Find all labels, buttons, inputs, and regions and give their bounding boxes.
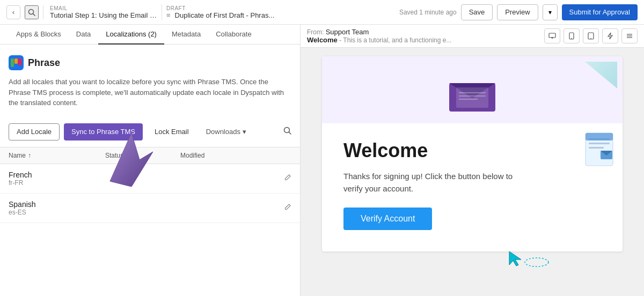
- downloads-button[interactable]: Downloads ▾: [201, 123, 252, 140]
- locale-french: French fr-FR: [9, 171, 105, 187]
- sort-icon[interactable]: ↑: [28, 152, 31, 159]
- verify-account-button[interactable]: Verify Account: [343, 208, 432, 230]
- email-body-area: Welcome Thanks for signing up! Click the…: [322, 123, 623, 251]
- tab-localizations[interactable]: Localizations (2): [98, 25, 164, 45]
- spanish-name: Spanish: [9, 200, 105, 209]
- email-content-area: Welcome Thanks for signing up! Click the…: [322, 56, 623, 251]
- svg-rect-29: [589, 147, 604, 149]
- col-name-header: Name ↑: [9, 152, 105, 159]
- tab-collaborate[interactable]: Collaborate: [208, 25, 259, 45]
- deco-triangle: [585, 62, 617, 88]
- french-name: French: [9, 171, 105, 179]
- locale-spanish: Spanish es-ES: [9, 200, 105, 216]
- svg-rect-10: [549, 33, 555, 38]
- letter-decoration: [584, 132, 614, 168]
- email-title: Tutorial Step 1: Using the Email B...: [50, 11, 157, 19]
- lightning-icon: [608, 32, 613, 40]
- downloads-label: Downloads: [206, 128, 240, 136]
- back-button[interactable]: ‹: [6, 5, 20, 19]
- tablet-icon: [588, 32, 594, 40]
- svg-rect-22: [456, 87, 488, 108]
- welcome-title: Welcome: [343, 139, 601, 162]
- svg-rect-28: [589, 143, 610, 144]
- french-edit-button[interactable]: [284, 174, 291, 183]
- from-label: From:: [307, 28, 324, 36]
- svg-rect-4: [14, 58, 18, 64]
- col-status-header: Status: [105, 152, 180, 159]
- tab-apps-blocks[interactable]: Apps & Blocks: [9, 25, 69, 45]
- phrase-logo: Phrase: [9, 55, 291, 70]
- tab-bar: Apps & Blocks Data Localizations (2) Met…: [0, 25, 300, 45]
- email-section-label: EMAIL: [50, 5, 157, 11]
- envelope-illustration: [448, 72, 496, 113]
- desktop-view-button[interactable]: [544, 28, 560, 43]
- svg-point-14: [571, 38, 572, 39]
- email-subject-bold: Welcome: [307, 36, 338, 44]
- welcome-description: Thanks for signing up! Click the button …: [343, 171, 515, 195]
- phrase-section: Phrase Add all locales that you want to …: [0, 45, 300, 117]
- spanish-code: es-ES: [9, 209, 105, 216]
- downloads-chevron-icon: ▾: [243, 128, 246, 136]
- lines-icon: [626, 32, 633, 40]
- desktop-icon: [548, 32, 556, 40]
- action-bar: Add Locale Sync to Phrase TMS Lock Email…: [0, 117, 300, 147]
- email-header-area: [322, 56, 623, 123]
- draft-title: Duplicate of First Draft - Phras...: [175, 11, 275, 19]
- table-search-icon: [283, 127, 291, 135]
- locale-table: Name ↑ Status Modified French fr-FR: [0, 147, 300, 297]
- lock-email-button[interactable]: Lock Email: [147, 123, 196, 140]
- from-name: Support Team: [326, 28, 369, 36]
- preview-header: From: Support Team Welcome - This is a t…: [301, 25, 644, 48]
- svg-line-7: [289, 132, 291, 135]
- draft-section-label: DRAFT: [166, 5, 274, 11]
- preview-label: Preview: [505, 8, 530, 16]
- search-icon: [28, 9, 35, 16]
- cursor-dashed-circle: [523, 257, 550, 268]
- phrase-name: Phrase: [28, 57, 60, 69]
- draft-icon: ≡: [166, 11, 171, 19]
- lines-view-button[interactable]: [621, 28, 638, 43]
- tab-metadata[interactable]: Metadata: [164, 25, 208, 45]
- svg-marker-33: [509, 251, 521, 266]
- tab-data[interactable]: Data: [69, 25, 98, 45]
- svg-point-34: [525, 258, 548, 267]
- phrase-icon: [9, 55, 24, 70]
- col-name-label: Name: [9, 152, 26, 159]
- mobile-view-button[interactable]: [564, 28, 580, 43]
- phrase-description: Add all locales that you want to localiz…: [9, 77, 291, 108]
- svg-point-16: [590, 38, 591, 39]
- teal-cursor-overlay: [507, 249, 550, 269]
- sync-to-phrase-button[interactable]: Sync to Phrase TMS: [64, 123, 143, 140]
- save-button[interactable]: Save: [461, 4, 493, 20]
- table-header: Name ↑ Status Modified: [0, 147, 300, 164]
- svg-rect-30: [586, 133, 613, 140]
- table-row: French fr-FR: [0, 164, 300, 194]
- preview-button[interactable]: Preview: [497, 4, 538, 20]
- preview-dropdown-button[interactable]: ▾: [543, 4, 558, 20]
- preview-controls: [544, 28, 638, 43]
- teal-cursor-icon: [507, 249, 525, 268]
- saved-status: Saved 1 minute ago: [399, 9, 457, 16]
- email-subject-rest: - This is a tutorial, and a functioning …: [339, 36, 451, 44]
- svg-rect-5: [18, 58, 21, 65]
- tablet-view-button[interactable]: [583, 28, 599, 43]
- email-canvas: Welcome Thanks for signing up! Click the…: [301, 48, 644, 296]
- svg-line-1: [33, 13, 35, 16]
- mobile-icon: [569, 32, 574, 40]
- add-locale-button[interactable]: Add Locale: [9, 123, 60, 140]
- submit-button[interactable]: Submit for Approval: [562, 4, 638, 20]
- table-search-button[interactable]: [283, 127, 291, 137]
- french-code: fr-FR: [9, 179, 105, 187]
- letter-deco-icon: [584, 132, 614, 167]
- col-modified-header: Modified: [180, 152, 291, 159]
- svg-rect-3: [11, 58, 14, 67]
- lightning-view-button[interactable]: [602, 28, 618, 43]
- spanish-edit-button[interactable]: [284, 203, 291, 212]
- table-row: Spanish es-ES: [0, 194, 300, 223]
- search-button[interactable]: [25, 5, 39, 19]
